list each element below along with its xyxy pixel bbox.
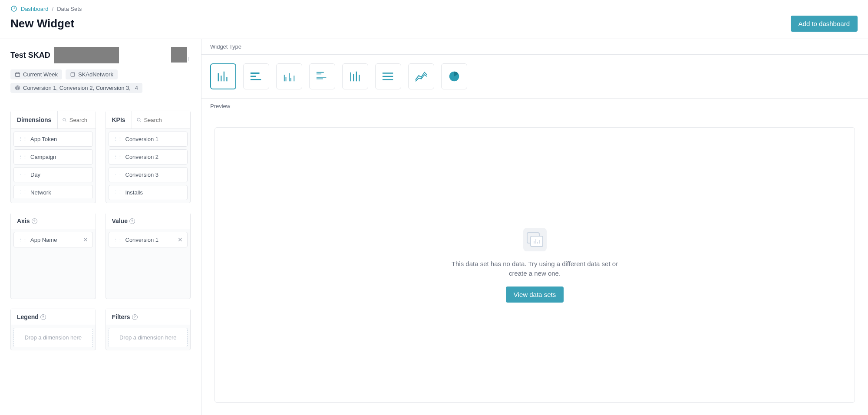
item-label: Conversion 1: [125, 136, 159, 142]
search-icon: [136, 117, 142, 123]
gauge-icon: [10, 5, 17, 12]
value-title: Value ?: [106, 213, 142, 229]
chip-source[interactable]: SKAdNetwork: [66, 69, 118, 79]
drag-handle-icon: ⋮⋮: [18, 190, 27, 195]
target-icon: [15, 85, 20, 91]
list-item[interactable]: ⋮⋮Network: [13, 185, 93, 198]
item-label: Conversion 3: [125, 171, 159, 178]
database-icon: [70, 72, 76, 77]
grouped-bar-icon: [283, 70, 296, 83]
drag-handle-icon: ⋮⋮: [18, 137, 27, 142]
left-panel: Test SKAD  Current Week SKAdNetwork Con…: [0, 39, 201, 415]
list-item[interactable]: ⋮⋮Day: [13, 167, 93, 182]
svg-rect-1: [16, 73, 20, 77]
widget-type-header: Widget Type: [201, 39, 868, 55]
legend-drop-zone[interactable]: Drop a dimension here: [13, 328, 93, 347]
axis-box: Axis ? ⋮⋮App Name✕: [10, 213, 96, 299]
list-item[interactable]: ⋮⋮Conversion 2: [109, 149, 188, 165]
item-label: Conversion 2: [125, 154, 159, 160]
item-label: Campaign: [30, 154, 56, 160]
add-to-dashboard-button[interactable]: Add to dashboard: [791, 16, 858, 32]
calendar-icon: [15, 72, 20, 77]
redacted-block: [54, 47, 119, 63]
help-icon[interactable]: ?: [132, 314, 138, 320]
svg-point-5: [17, 88, 18, 88]
help-icon[interactable]: ?: [32, 218, 37, 224]
mini-bar-icon: [533, 238, 540, 244]
legend-box: Legend ? Drop a dimension here: [10, 309, 96, 350]
item-label: App Token: [30, 136, 57, 142]
drag-handle-icon: ⋮⋮: [113, 137, 122, 142]
svg-rect-2: [71, 72, 75, 76]
empty-message: This data set has no data. Try using a d…: [448, 259, 622, 279]
page-title: New Widget: [10, 17, 74, 30]
horizontal-bar-icon: [250, 70, 263, 83]
line-chart-icon: [415, 70, 428, 83]
drag-handle-icon: ⋮⋮: [113, 172, 122, 177]
list-item[interactable]: ⋮⋮Conversion 1: [109, 132, 188, 147]
chip-conversions[interactable]: Conversion 1, Conversion 2, Conversion 3…: [10, 83, 142, 93]
item-label: App Name: [30, 237, 57, 243]
svg-point-7: [137, 118, 140, 121]
preview-card: This data set has no data. Try using a d…: [215, 127, 855, 403]
item-label: Conversion 1: [125, 237, 159, 243]
widget-type-stacked-bar[interactable]: [342, 63, 368, 89]
remove-icon[interactable]: ✕: [178, 236, 183, 243]
widget-type-grouped-bar-vertical[interactable]: [276, 63, 302, 89]
chip-period[interactable]: Current Week: [10, 69, 62, 79]
drag-handle-icon: ⋮⋮: [113, 190, 122, 195]
search-icon: [62, 117, 67, 123]
right-panel: Widget Type: [201, 39, 868, 415]
kpis-search-input[interactable]: [144, 117, 186, 123]
item-label: Installs: [125, 189, 143, 196]
list-item[interactable]: ⋮⋮App Token: [13, 132, 93, 147]
widget-type-bar-vertical[interactable]: [210, 63, 236, 89]
kpis-box: KPIs ⋮⋮Conversion 1⋮⋮Conversion 2⋮⋮Conve…: [106, 111, 191, 203]
pie-chart-icon: [448, 70, 461, 83]
widget-type-stacked-horizontal[interactable]: [375, 63, 401, 89]
stacked-horizontal-icon: [382, 70, 395, 83]
widget-type-bar-horizontal[interactable]: [243, 63, 269, 89]
filters-drop-zone[interactable]: Drop a dimension here: [109, 328, 188, 347]
preview-header: Preview: [201, 99, 868, 114]
drag-handle-icon: ⋮⋮: [18, 237, 27, 242]
filters-title: Filters ?: [106, 309, 144, 325]
bar-chart-icon: [217, 70, 230, 83]
list-item[interactable]: ⋮⋮Conversion 1✕: [109, 232, 188, 247]
breadcrumb-dashboard[interactable]: Dashboard: [21, 6, 49, 12]
filters-box: Filters ? Drop a dimension here: [106, 309, 191, 350]
axis-title: Axis ?: [11, 213, 43, 229]
view-datasets-button[interactable]: View data sets: [506, 287, 564, 303]
list-item[interactable]: ⋮⋮Conversion 3: [109, 167, 188, 182]
stacked-bar-icon: [349, 70, 362, 83]
dimensions-title: Dimensions: [11, 112, 57, 128]
help-icon[interactable]: ?: [40, 314, 46, 320]
drag-handle-icon: ⋮⋮: [113, 237, 122, 242]
widget-type-pie[interactable]: [441, 63, 467, 89]
grouped-horizontal-bar-icon: [316, 70, 329, 83]
drag-handle-icon: ⋮⋮: [18, 172, 27, 177]
svg-point-6: [63, 119, 66, 121]
dimensions-search-input[interactable]: [69, 117, 91, 123]
app-indicator: : [171, 47, 191, 63]
list-item[interactable]: ⋮⋮Campaign: [13, 149, 93, 165]
help-icon[interactable]: ?: [129, 218, 135, 224]
kpis-title: KPIs: [106, 112, 132, 128]
chip-conversions-label: Conversion 1, Conversion 2, Conversion 3…: [23, 85, 131, 91]
breadcrumb-datasets[interactable]: Data Sets: [57, 6, 82, 12]
empty-state-icon: [523, 228, 547, 251]
breadcrumb: Dashboard / Data Sets: [10, 5, 858, 12]
dataset-title: Test SKAD: [10, 51, 50, 60]
list-item[interactable]: ⋮⋮Installs: [109, 185, 188, 200]
chip-period-label: Current Week: [23, 71, 58, 78]
widget-type-line[interactable]: [408, 63, 434, 89]
drag-handle-icon: ⋮⋮: [113, 155, 122, 159]
remove-icon[interactable]: ✕: [83, 236, 88, 243]
list-item[interactable]: ⋮⋮App Name✕: [13, 232, 93, 247]
widget-type-selector: [201, 55, 868, 99]
item-label: Day: [30, 171, 40, 178]
chip-conversions-count: 4: [135, 85, 138, 91]
widget-type-grouped-bar-horizontal[interactable]: [309, 63, 335, 89]
dimensions-box: Dimensions ⋮⋮App Token⋮⋮Campaign⋮⋮Day⋮⋮N…: [10, 111, 96, 203]
value-box: Value ? ⋮⋮Conversion 1✕: [106, 213, 191, 299]
